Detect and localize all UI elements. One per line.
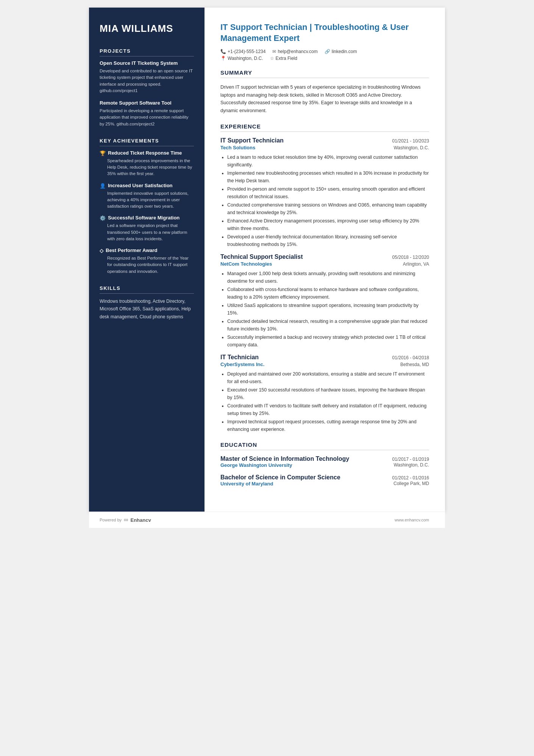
enhancv-logo-icon: ∞ <box>124 517 128 523</box>
bullet: Implemented new troubleshooting processe… <box>227 169 429 185</box>
job-3: IT Technician 01/2016 - 04/2018 CyberSys… <box>220 354 429 433</box>
job-2-company: NetCom Technologies <box>220 261 272 267</box>
edu-2-degree: Bachelor of Science in Computer Science <box>220 474 340 481</box>
project-item-2: Remote Support Software Tool Participate… <box>100 100 194 127</box>
project-1-desc: Developed and contributed to an open sou… <box>100 68 194 94</box>
job-3-header: IT Technician 01/2016 - 04/2018 <box>220 354 429 361</box>
skills-title: SKILLS <box>100 285 194 294</box>
edu-1-location: Washington, D.C. <box>393 462 429 468</box>
achievement-2-desc: Implemented innovative support solutions… <box>100 190 194 210</box>
edu-2-school: University of Maryland <box>220 481 273 487</box>
achievement-2-title: 👤 Increased User Satisfaction <box>100 183 194 189</box>
user-icon: 👤 <box>100 183 106 189</box>
edu-1-school: George Washington University <box>220 462 292 468</box>
summary-text: Driven IT support technician with 5 year… <box>220 83 429 115</box>
summary-section-title: SUMMARY <box>220 69 429 78</box>
edu-1: Master of Science in Information Technol… <box>220 455 429 468</box>
phone-icon: 📞 <box>220 49 226 54</box>
trophy-icon: 🏆 <box>100 150 106 156</box>
job-2-bullets: Managed over 1,000 help desk tickets ann… <box>220 270 429 349</box>
job-2-dates: 05/2018 - 12/2020 <box>392 255 429 260</box>
brand-name: Enhancv <box>131 517 151 523</box>
contact-row-2: 📍 Washington, D.C. ☆ Extra Field <box>220 56 429 61</box>
projects-section: PROJECTS Open Source IT Ticketing System… <box>100 48 194 127</box>
location-icon: 📍 <box>220 56 226 61</box>
location-text: Washington, D.C. <box>228 56 263 61</box>
job-1-company-row: Tech Solutions Washington, D.C. <box>220 145 429 150</box>
linkedin-icon: 🔗 <box>325 49 330 54</box>
experience-section-title: EXPERIENCE <box>220 123 429 132</box>
bullet: Utilized SaaS applications to streamline… <box>227 302 429 317</box>
migration-icon: ⚙️ <box>100 215 106 221</box>
project-item-1: Open Source IT Ticketing System Develope… <box>100 60 194 94</box>
edu-2-location: College Park, MD <box>393 481 429 487</box>
achievement-1-desc: Spearheaded process improvements in the … <box>100 158 194 177</box>
job-2-company-row: NetCom Technologies Arlington, VA <box>220 261 429 267</box>
skills-text: Windows troubleshooting, Active Director… <box>100 297 194 321</box>
bullet: Conducted comprehensive training session… <box>227 201 429 216</box>
job-2-title: Technical Support Specialist <box>220 254 303 260</box>
job-3-location: Bethesda, MD <box>400 362 429 367</box>
footer-left: Powered by ∞ Enhancv <box>100 517 151 523</box>
achievement-3: ⚙️ Successful Software Migration Led a s… <box>100 215 194 242</box>
achievement-4-title: ◇ Best Performer Award <box>100 247 194 254</box>
edu-2-header: Bachelor of Science in Computer Science … <box>220 474 429 481</box>
project-1-title: Open Source IT Ticketing System <box>100 60 194 66</box>
extra-contact: ☆ Extra Field <box>270 56 297 61</box>
edu-2: Bachelor of Science in Computer Science … <box>220 474 429 487</box>
linkedin-text: linkedin.com <box>332 49 357 54</box>
job-1-title: IT Support Technician <box>220 137 284 144</box>
bullet: Improved technical support request proce… <box>227 418 429 433</box>
edu-2-school-row: University of Maryland College Park, MD <box>220 481 429 487</box>
bullet: Led a team to reduce ticket resolution t… <box>227 153 429 169</box>
bullet: Managed over 1,000 help desk tickets ann… <box>227 270 429 285</box>
footer-website: www.enhancv.com <box>395 518 429 522</box>
edu-1-dates: 01/2017 - 01/2019 <box>392 457 429 462</box>
achievement-4-desc: Recognized as Best Performer of the Year… <box>100 255 194 275</box>
education-section-title: EDUCATION <box>220 441 429 450</box>
achievement-2: 👤 Increased User Satisfaction Implemente… <box>100 183 194 210</box>
edu-1-degree: Master of Science in Information Technol… <box>220 455 349 462</box>
bullet: Deployed and maintained over 200 worksta… <box>227 370 429 385</box>
star-icon: ☆ <box>270 56 274 61</box>
job-2-header: Technical Support Specialist 05/2018 - 1… <box>220 254 429 260</box>
bullet: Executed over 150 successful resolutions… <box>227 386 429 401</box>
project-2-title: Remote Support Software Tool <box>100 100 194 106</box>
job-1-company: Tech Solutions <box>220 145 255 150</box>
job-2-location: Arlington, VA <box>403 261 429 267</box>
bullet: Conducted detailed technical research, r… <box>227 318 429 333</box>
achievements-section: KEY ACHIEVEMENTS 🏆 Reduced Ticket Respon… <box>100 138 194 275</box>
achievements-title: KEY ACHIEVEMENTS <box>100 138 194 146</box>
achievement-3-desc: Led a software migration project that tr… <box>100 222 194 242</box>
email-icon: ✉ <box>272 49 276 54</box>
job-3-bullets: Deployed and maintained over 200 worksta… <box>220 370 429 433</box>
achievement-1-title: 🏆 Reduced Ticket Response Time <box>100 150 194 156</box>
linkedin-contact: 🔗 linkedin.com <box>325 49 357 54</box>
contact-row-1: 📞 +1-(234)-555-1234 ✉ help@enhancv.com 🔗… <box>220 49 429 54</box>
job-1-bullets: Led a team to reduce ticket resolution t… <box>220 153 429 248</box>
edu-1-header: Master of Science in Information Technol… <box>220 455 429 462</box>
powered-by-text: Powered by <box>100 518 122 522</box>
job-1-header: IT Support Technician 01/2021 - 10/2023 <box>220 137 429 144</box>
phone-text: +1-(234)-555-1234 <box>228 49 265 54</box>
achievement-4: ◇ Best Performer Award Recognized as Bes… <box>100 247 194 275</box>
job-3-title: IT Technician <box>220 354 259 361</box>
job-3-company: CyberSystems Inc. <box>220 362 264 367</box>
candidate-name: MIA WILLIAMS <box>100 23 194 34</box>
job-1: IT Support Technician 01/2021 - 10/2023 … <box>220 137 429 248</box>
skills-section: SKILLS Windows troubleshooting, Active D… <box>100 285 194 321</box>
main-content: IT Support Technician | Troubleshooting … <box>205 8 445 512</box>
award-icon: ◇ <box>100 248 103 254</box>
main-title: IT Support Technician | Troubleshooting … <box>220 22 429 44</box>
job-3-company-row: CyberSystems Inc. Bethesda, MD <box>220 362 429 367</box>
location-contact: 📍 Washington, D.C. <box>220 56 263 61</box>
project-2-desc: Participated in developing a remote supp… <box>100 108 194 127</box>
email-text: help@enhancv.com <box>278 49 317 54</box>
job-1-dates: 01/2021 - 10/2023 <box>392 138 429 144</box>
email-contact: ✉ help@enhancv.com <box>272 49 317 54</box>
footer: Powered by ∞ Enhancv www.enhancv.com <box>89 512 445 528</box>
achievement-3-title: ⚙️ Successful Software Migration <box>100 215 194 221</box>
bullet: Enhanced Active Directory management pro… <box>227 217 429 232</box>
job-2: Technical Support Specialist 05/2018 - 1… <box>220 254 429 349</box>
extra-text: Extra Field <box>276 56 297 61</box>
